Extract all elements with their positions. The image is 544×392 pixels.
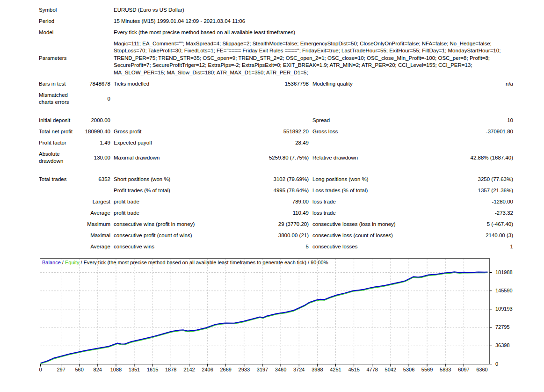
legend-separator: / (80, 260, 84, 265)
stat-label: Initial deposit (39, 115, 77, 126)
info-value: Every tick (the most precise method base… (114, 27, 514, 38)
stat-row: Averageprofit trade110.49loss trade-273.… (39, 208, 513, 219)
stat-label (39, 196, 77, 208)
stat-row: Profit trades (% of total)4995 (78.64%)L… (39, 185, 513, 196)
stat-value: 5 (-467.40) (434, 219, 513, 230)
x-tick-label: 3988 (307, 367, 327, 372)
stat-row: Maximumconsecutive wins (profit in money… (39, 219, 513, 230)
column-gap (309, 185, 312, 196)
legend-balance-label: Balance (42, 260, 61, 265)
stat-value: 5 (235, 241, 309, 253)
stat-value: 29 (3770.20) (235, 219, 309, 230)
stat-value (235, 115, 309, 126)
column-gap (309, 196, 312, 208)
stat-label: Gross loss (312, 126, 434, 138)
stat-value: 3102 (79.69%) (235, 174, 309, 185)
y-tick-label: 181988 (495, 269, 513, 275)
stat-label (39, 241, 77, 253)
stat-value: 180990.40 (77, 126, 110, 138)
stat-value (77, 185, 110, 196)
stat-label: Expected payoff (114, 138, 235, 149)
column-gap (110, 115, 114, 126)
x-tick-label: 4515 (344, 367, 364, 372)
stat-row: Initial deposit2000.00Spread10 (39, 115, 513, 126)
spacer (39, 108, 513, 115)
info-label: Model (39, 27, 114, 38)
column-gap (309, 149, 312, 167)
x-tick-label: 0 (30, 367, 51, 372)
stat-value: 1.49 (77, 138, 110, 149)
stat-row: Absolute drawdown130.00Maximal drawdown5… (39, 149, 513, 167)
stat-value: Maximal (77, 230, 110, 241)
x-tick-label: 6097 (453, 367, 474, 372)
stat-value: 3250 (77.63%) (434, 174, 513, 185)
legend-separator: / (61, 260, 65, 265)
stat-label (39, 219, 77, 230)
x-tick-label: 3197 (252, 367, 273, 372)
chart-plot-area (40, 258, 493, 367)
stat-label: consecutive wins (profit in money) (114, 219, 235, 230)
stat-value: 4995 (78.64%) (235, 185, 309, 196)
info-label: Parameters (39, 38, 114, 79)
column-gap (110, 230, 114, 241)
stat-row: Profit factor1.49Expected payoff28.49 (39, 138, 513, 149)
x-tick-label: 4251 (325, 367, 346, 372)
stat-label (312, 138, 434, 149)
y-tick-label: 109193 (495, 306, 513, 312)
stat-value: 28.49 (235, 138, 309, 149)
stat-value: 110.49 (235, 208, 309, 219)
x-tick-label: 824 (87, 367, 108, 372)
stat-label (114, 115, 235, 126)
x-tick-label: 1615 (142, 367, 163, 372)
strategy-tester-report: SymbolEURUSD (Euro vs US Dollar)Period15… (0, 0, 544, 392)
info-value: Magic=111; EA_Comment=""; MaxSpread=4; S… (114, 38, 514, 79)
spacer (39, 167, 513, 174)
stat-label: Relative drawdown (312, 149, 434, 167)
stat-value: -370901.80 (434, 126, 513, 138)
stat-label: Ticks modelled (114, 79, 235, 90)
balance-equity-chart: Balance / Equity / Every tick (the most … (40, 258, 544, 376)
x-tick-label: 297 (51, 367, 72, 372)
stat-value: 10 (434, 115, 513, 126)
column-gap (110, 196, 114, 208)
stat-value: 3800.00 (21) (235, 230, 309, 241)
stat-value: 1357 (21.36%) (434, 185, 513, 196)
stat-row: Total net profit180990.40Gross profit551… (39, 126, 513, 138)
stat-row: Mismatched charts errors0 (39, 90, 513, 108)
stat-label: consecutive losses (loss in money) (312, 219, 434, 230)
x-tick-label: 1088 (106, 367, 126, 372)
x-tick-label: 3460 (270, 367, 291, 372)
stat-value: -2140.00 (3) (434, 230, 513, 241)
y-tick-label: 0 (495, 361, 498, 367)
stat-label: Profit trades (% of total) (114, 185, 235, 196)
stat-value: Average (77, 241, 110, 253)
stat-label: Bars in test (39, 79, 77, 90)
stat-value: -1280.00 (434, 196, 513, 208)
column-gap (110, 149, 114, 167)
info-value: EURUSD (Euro vs US Dollar) (114, 4, 514, 15)
chart-legend: Balance / Equity / Every tick (the most … (42, 260, 328, 265)
report-info-table: SymbolEURUSD (Euro vs US Dollar)Period15… (39, 4, 514, 79)
stat-label: profit trade (114, 196, 235, 208)
stat-value: 15367798 (235, 79, 309, 90)
column-gap (110, 79, 114, 90)
stat-value: 1 (434, 241, 513, 253)
stat-value (235, 90, 309, 108)
column-gap (110, 219, 114, 230)
stat-label: loss trade (312, 208, 434, 219)
column-gap (309, 115, 312, 126)
stat-label: Profit factor (39, 138, 77, 149)
x-tick-label: 2669 (216, 367, 236, 372)
stat-label: consecutive losses (312, 241, 434, 253)
column-gap (309, 219, 312, 230)
column-gap (309, 174, 312, 185)
info-row: ModelEvery tick (the most precise method… (39, 27, 514, 38)
x-tick-label: 4778 (362, 367, 383, 372)
x-tick-label: 6360 (472, 367, 493, 372)
stat-label (39, 185, 77, 196)
stat-value: 42.88% (1687.40) (434, 149, 513, 167)
stat-value: 551892.20 (235, 126, 309, 138)
spacer-row (39, 167, 513, 174)
legend-description: Every tick (the most precise method base… (84, 260, 328, 265)
stat-value: 6352 (77, 174, 110, 185)
